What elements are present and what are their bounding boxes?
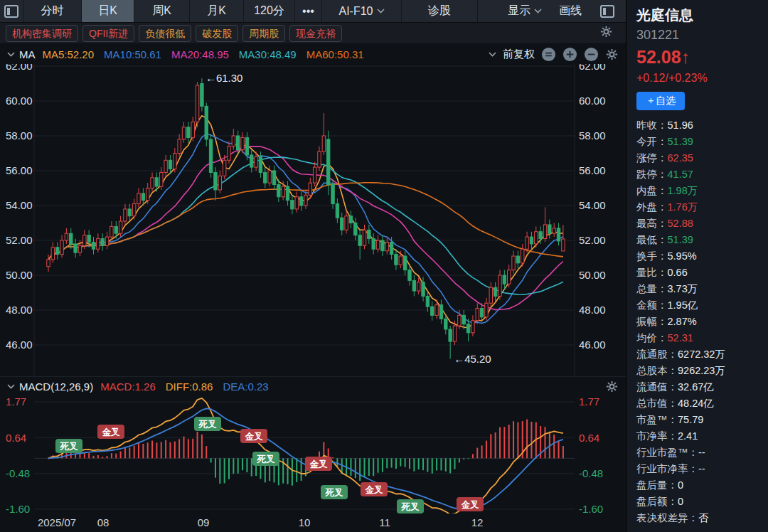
field-label: 换手： bbox=[636, 250, 668, 262]
stock-app-window: 分时日K周K月K120分••• AI-F10 诊股 显示 画线 机构密集调研QF… bbox=[0, 0, 768, 532]
gear-icon[interactable] bbox=[605, 48, 619, 61]
tab-月K[interactable]: 月K bbox=[190, 0, 244, 22]
field-value: -- bbox=[698, 463, 705, 474]
svg-text:62.00: 62.00 bbox=[579, 64, 606, 72]
add-watchlist-button[interactable]: ＋自选 bbox=[636, 92, 685, 110]
field-value: 5.95% bbox=[668, 250, 697, 262]
tab-ai-f10[interactable]: AI-F10 bbox=[322, 0, 402, 22]
death-cross-badge: 死叉 bbox=[321, 485, 348, 499]
quote-field-row: 盘后量：0 bbox=[636, 477, 768, 494]
tab-120分[interactable]: 120分 bbox=[244, 0, 295, 22]
stock-tag[interactable]: 周期股 bbox=[242, 25, 285, 42]
field-value: 0.66 bbox=[668, 267, 688, 278]
quote-field-row: 总量：3.73万 bbox=[636, 281, 768, 297]
svg-text:金叉: 金叉 bbox=[461, 500, 480, 510]
tag-list: 机构密集调研QFII新进负债很低破发股周期股现金充裕 bbox=[6, 25, 346, 42]
indicator-value: MA5:52.20 bbox=[43, 48, 95, 60]
gold-cross-badge: 金叉 bbox=[305, 457, 332, 471]
svg-text:58.00: 58.00 bbox=[6, 129, 33, 142]
quote-field-row: 外盘：1.76万 bbox=[636, 199, 768, 216]
field-value: 1.76万 bbox=[668, 201, 698, 213]
quote-field-row: 最高：52.88 bbox=[636, 216, 768, 232]
svg-text:金叉: 金叉 bbox=[102, 427, 121, 437]
gold-cross-badge: 金叉 bbox=[97, 425, 124, 439]
death-cross-badge: 死叉 bbox=[55, 439, 82, 453]
stock-tag[interactable]: QFII新进 bbox=[82, 25, 134, 42]
stock-code: 301221 bbox=[636, 28, 768, 43]
tab-diagnose[interactable]: 诊股 bbox=[402, 0, 478, 22]
adjust-mode-selector[interactable]: 前复权 bbox=[503, 48, 535, 61]
svg-text:1.77: 1.77 bbox=[6, 395, 26, 408]
quote-field-row: 总股本：9262.23万 bbox=[636, 363, 768, 379]
field-label: 振幅： bbox=[636, 316, 668, 327]
candlestick-chart[interactable]: 62.0062.0060.0060.0058.0058.0056.0056.00… bbox=[0, 64, 626, 377]
svg-text:金叉: 金叉 bbox=[309, 459, 329, 469]
chevron-down-icon[interactable] bbox=[489, 52, 496, 57]
time-axis: 2025/070809101112 bbox=[0, 514, 626, 532]
stock-tag[interactable]: 机构密集调研 bbox=[6, 25, 78, 42]
quote-field-row: 内盘：1.98万 bbox=[636, 183, 768, 199]
quote-field-row: 表决权差异：否 bbox=[636, 510, 768, 526]
svg-text:-0.48: -0.48 bbox=[6, 467, 30, 479]
field-label: 跌停： bbox=[636, 169, 668, 180]
svg-text:金叉: 金叉 bbox=[245, 432, 264, 442]
draw-line-button[interactable]: 画线 bbox=[550, 0, 590, 22]
zoom-in-button[interactable] bbox=[562, 47, 577, 62]
gold-cross-badge: 金叉 bbox=[361, 482, 388, 496]
field-value: 9262.23万 bbox=[678, 365, 725, 376]
tagbar-settings-button[interactable] bbox=[599, 25, 613, 41]
field-value: 1.98万 bbox=[668, 185, 698, 196]
field-label: 行业市盈™： bbox=[636, 447, 698, 458]
stock-tag[interactable]: 负债很低 bbox=[139, 25, 191, 42]
tab-label: 120分 bbox=[254, 4, 284, 18]
collapse-chevron-icon[interactable] bbox=[7, 384, 15, 389]
tab-分时[interactable]: 分时 bbox=[23, 0, 82, 22]
quote-field-row: 跌停：41.57 bbox=[636, 166, 768, 183]
field-label: 流通股： bbox=[636, 349, 678, 360]
svg-text:←45.20: ←45.20 bbox=[454, 353, 491, 365]
field-label: 总股本： bbox=[636, 365, 678, 376]
quote-field-row: 市盈™：75.79 bbox=[636, 412, 768, 428]
field-value: -- bbox=[698, 447, 705, 458]
tab-•••[interactable]: ••• bbox=[295, 0, 322, 22]
svg-text:0.64: 0.64 bbox=[579, 432, 599, 444]
gear-icon[interactable] bbox=[605, 380, 619, 393]
panel-toggle-icon bbox=[3, 3, 20, 20]
display-menu-button[interactable]: 显示 bbox=[499, 0, 550, 22]
zoom-reset-button[interactable] bbox=[541, 47, 556, 62]
stock-tag[interactable]: 现金充裕 bbox=[289, 25, 342, 42]
svg-text:46.00: 46.00 bbox=[579, 339, 606, 351]
svg-text:←61.30: ←61.30 bbox=[206, 72, 243, 84]
tab-日K[interactable]: 日K bbox=[82, 0, 134, 22]
macd-pane-header: MACD(12,26,9) MACD:1.26DIFF:0.86DEA:0.23 bbox=[0, 376, 626, 396]
right-panel-toggle-button[interactable] bbox=[590, 0, 626, 22]
svg-text:58.00: 58.00 bbox=[579, 129, 606, 142]
death-cross-badge: 死叉 bbox=[397, 499, 424, 514]
zoom-out-button[interactable] bbox=[584, 47, 599, 62]
field-value: 52.88 bbox=[668, 218, 693, 229]
indicator-value: DEA:0.23 bbox=[223, 381, 268, 393]
quote-field-row: 量比：0.66 bbox=[636, 265, 768, 281]
tab-label: 月K bbox=[207, 4, 226, 18]
tab-label: 周K bbox=[152, 4, 171, 18]
indicator-value: MA20:48.95 bbox=[171, 48, 229, 60]
ma-indicator-name: MA bbox=[19, 48, 36, 60]
collapse-chevron-icon[interactable] bbox=[7, 52, 15, 57]
field-label: 最低： bbox=[636, 234, 668, 245]
field-label: 内盘： bbox=[636, 185, 668, 196]
field-label: 流通值： bbox=[636, 381, 678, 393]
svg-text:死叉: 死叉 bbox=[198, 420, 218, 430]
tab-周K[interactable]: 周K bbox=[134, 0, 190, 22]
quote-field-row: 均价：52.31 bbox=[636, 330, 768, 346]
field-value: 2.87% bbox=[668, 316, 697, 327]
sidebar-toggle-button[interactable] bbox=[0, 0, 23, 22]
quote-fields: 昨收：51.96今开：51.39涨停：62.35跌停：41.57内盘：1.98万… bbox=[636, 117, 768, 526]
field-label: 金额： bbox=[636, 299, 668, 311]
stock-tag[interactable]: 破发股 bbox=[196, 25, 238, 42]
field-label: 市盈™： bbox=[636, 414, 678, 425]
quote-field-row: 行业市盈™：-- bbox=[636, 445, 768, 461]
time-axis-label: 08 bbox=[97, 516, 110, 528]
time-axis-label: 2025/07 bbox=[38, 516, 76, 528]
field-value: 51.39 bbox=[668, 136, 693, 147]
macd-chart[interactable]: 1.771.770.640.64-0.48-0.48-1.60-1.60死叉金叉… bbox=[0, 395, 626, 514]
